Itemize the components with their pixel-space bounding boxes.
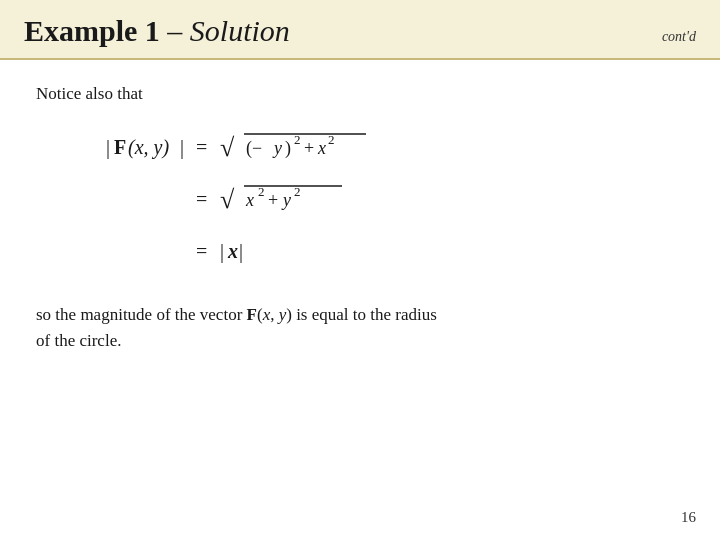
svg-text:+: + xyxy=(268,190,278,210)
svg-text:(x, y): (x, y) xyxy=(128,136,169,159)
svg-text:√: √ xyxy=(220,185,235,214)
equations-block: | F (x, y) | = √ (− y ) 2 + xyxy=(96,122,684,278)
svg-text:(−: (− xyxy=(246,138,262,159)
page-number: 16 xyxy=(681,509,696,526)
contd-label: cont'd xyxy=(662,29,696,45)
svg-text:y: y xyxy=(272,138,282,158)
svg-text:=: = xyxy=(196,136,207,158)
svg-text:F: F xyxy=(114,136,126,158)
svg-text:|: | xyxy=(220,240,224,263)
svg-text:): ) xyxy=(285,138,291,159)
svg-text:2: 2 xyxy=(294,132,301,147)
equation-3: = | x | xyxy=(96,226,684,278)
svg-text:x: x xyxy=(227,240,238,262)
equation-3-svg: = | x | xyxy=(96,226,456,278)
svg-text:x: x xyxy=(317,138,326,158)
svg-text:√: √ xyxy=(220,133,235,162)
svg-text:=: = xyxy=(196,240,207,262)
svg-text:2: 2 xyxy=(328,132,335,147)
equation-2-svg: = √ x 2 + y 2 xyxy=(96,174,456,226)
title-example: Example 1 xyxy=(24,14,160,47)
svg-text:x: x xyxy=(245,190,254,210)
var-x: x xyxy=(263,305,271,324)
slide-container: Example 1 – Solution cont'd Notice also … xyxy=(0,0,720,540)
svg-text:+: + xyxy=(304,138,314,158)
equation-2: = √ x 2 + y 2 xyxy=(96,174,684,226)
svg-text:|: | xyxy=(180,136,184,159)
svg-text:2: 2 xyxy=(258,184,265,199)
svg-text:|: | xyxy=(106,136,110,159)
equation-1: | F (x, y) | = √ (− y ) 2 + xyxy=(96,122,684,174)
svg-text:y: y xyxy=(281,190,291,210)
svg-text:=: = xyxy=(196,188,207,210)
slide-content: Notice also that | F (x, y) | = √ xyxy=(0,60,720,373)
equation-1-svg: | F (x, y) | = √ (− y ) 2 + xyxy=(96,122,456,174)
slide-title: Example 1 – Solution xyxy=(24,14,290,48)
slide-header: Example 1 – Solution cont'd xyxy=(0,0,720,60)
svg-text:2: 2 xyxy=(294,184,301,199)
svg-text:|: | xyxy=(239,240,243,263)
bottom-text: so the magnitude of the vector F(x, y) i… xyxy=(36,302,684,353)
title-solution: Solution xyxy=(190,14,290,47)
title-dash: – xyxy=(167,14,190,47)
vector-bold: F xyxy=(247,305,257,324)
notice-text: Notice also that xyxy=(36,84,684,104)
var-y: y xyxy=(279,305,287,324)
